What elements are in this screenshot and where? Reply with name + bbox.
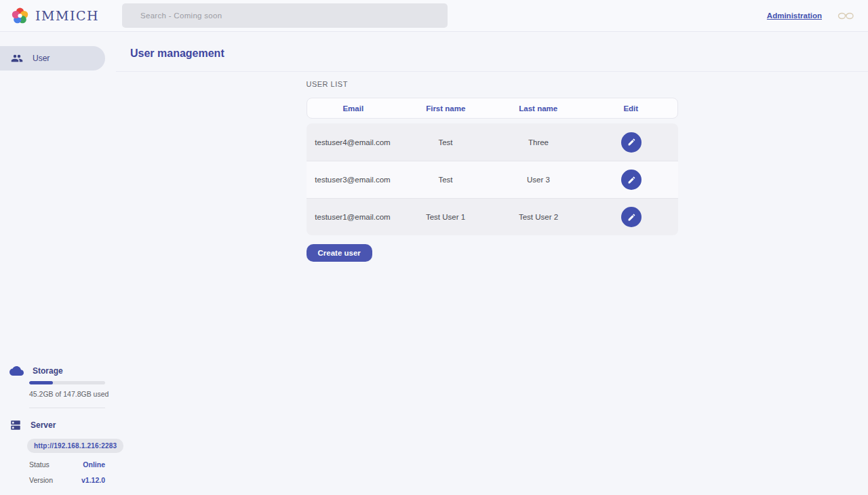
table-row: testuser1@email.com Test User 1 Test Use… [307,198,678,235]
page-header: User management [116,32,868,72]
storage-progress-fill [29,381,53,384]
storage-section-header: Storage [0,365,116,376]
cell-first-name: Test [399,138,492,146]
column-header-first-name: First name [399,104,492,113]
version-label: Version [29,476,53,484]
cell-email: testuser1@email.com [307,213,399,221]
sidebar-item-label: User [33,54,50,63]
edit-user-button[interactable] [621,207,642,227]
table-body: testuser4@email.com Test Three te [307,123,678,235]
column-header-email: Email [307,104,400,113]
page-title: User management [130,47,868,60]
table-row: testuser3@email.com Test User 3 [307,161,678,198]
cell-edit [585,132,678,153]
user-list-area: USER LIST Email First name Last name Edi… [116,72,868,495]
topbar-right: Administration [767,5,868,27]
table-row: testuser4@email.com Test Three [307,123,678,161]
storage-usage-text: 45.2GB of 147.8GB used [29,390,116,398]
sidebar: User Storage 45.2GB of 147.8GB used Serv… [0,32,116,495]
cell-email: testuser4@email.com [307,138,399,146]
server-version-row: Version v1.12.0 [29,476,105,484]
server-url-badge: http://192.168.1.216:2283 [27,439,123,453]
sidebar-item-user[interactable]: User [0,46,105,71]
cell-last-name: Three [492,138,585,146]
status-value: Online [83,460,105,469]
storage-title: Storage [33,366,63,376]
column-header-last-name: Last name [492,104,585,113]
edit-user-button[interactable] [621,132,642,153]
cell-first-name: Test [399,176,492,184]
section-label: USER LIST [307,80,678,88]
topbar: IMMICH Administration [0,0,868,32]
user-avatar[interactable] [835,5,857,27]
administration-link[interactable]: Administration [767,12,822,20]
main-layout: User Storage 45.2GB of 147.8GB used Serv… [0,32,868,495]
edit-user-button[interactable] [621,170,642,190]
content: User management USER LIST Email First na… [116,32,868,495]
app-title: IMMICH [35,8,99,23]
cell-last-name: Test User 2 [492,213,585,221]
cloud-icon [9,365,24,376]
cell-edit [585,170,678,190]
status-label: Status [29,460,50,469]
pencil-icon [627,176,636,184]
server-section-header: Server [0,419,116,431]
cell-last-name: User 3 [492,176,585,184]
users-group-icon [11,52,23,64]
cell-edit [585,207,678,227]
search-input[interactable] [122,3,448,28]
cell-first-name: Test User 1 [399,213,492,221]
user-table: USER LIST Email First name Last name Edi… [307,80,678,495]
sidebar-bottom: Storage 45.2GB of 147.8GB used Server ht… [0,365,116,495]
server-status-row: Status Online [29,460,105,469]
pencil-icon [627,138,636,146]
glasses-icon [837,12,854,20]
storage-progress-bar [29,381,105,384]
server-icon [9,419,22,431]
create-user-button[interactable]: Create user [307,244,372,262]
app-logo[interactable]: IMMICH [0,7,122,25]
immich-flower-icon [11,7,29,25]
column-header-edit: Edit [585,104,677,113]
cell-email: testuser3@email.com [307,176,399,184]
version-value: v1.12.0 [81,476,105,484]
server-title: Server [31,420,56,430]
sidebar-divider [29,408,105,408]
table-header-row: Email First name Last name Edit [307,98,678,119]
pencil-icon [627,213,636,222]
